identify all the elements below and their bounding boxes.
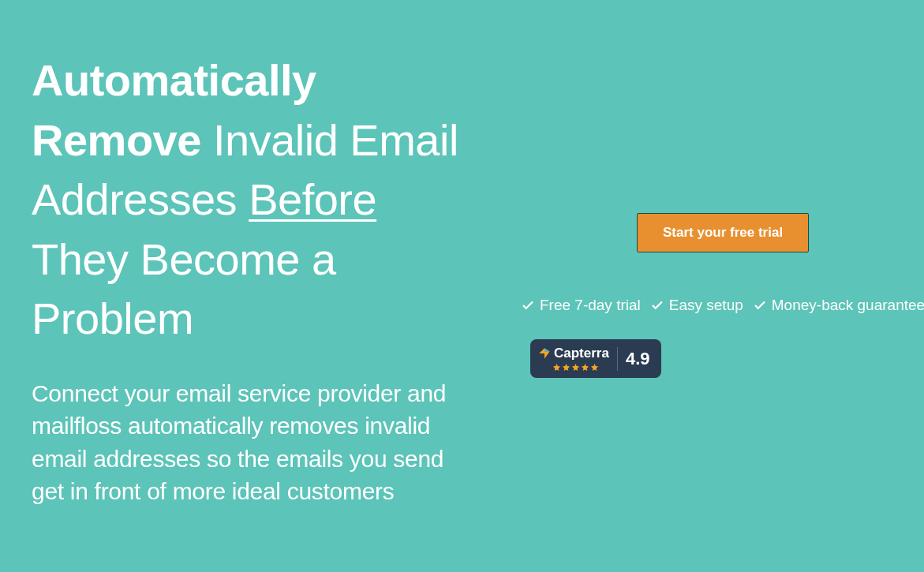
capterra-rating-badge[interactable]: Capterra 4.9 [530, 339, 661, 378]
hero-right-column: Start your free trial Free 7-day trial E… [473, 50, 924, 540]
feature-text-1: Free 7-day trial [540, 297, 641, 314]
check-icon [521, 298, 535, 312]
hero-subhead: Connect your email service provider and … [32, 377, 473, 508]
features-row: Free 7-day trial Easy setup Money-back g… [521, 297, 924, 314]
hero-headline: Automatically Remove Invalid Email Addre… [32, 50, 473, 349]
capterra-brand-row: Capterra [538, 346, 609, 361]
star-icon [571, 363, 580, 372]
start-trial-button[interactable]: Start your free trial [637, 213, 809, 252]
headline-text-2: They Become a Problem [32, 234, 336, 344]
hero-left-column: Automatically Remove Invalid Email Addre… [32, 50, 473, 540]
check-icon [753, 298, 767, 312]
feature-free-trial: Free 7-day trial [521, 297, 641, 314]
rating-left: Capterra [538, 346, 609, 372]
check-icon [650, 298, 664, 312]
rating-stars [538, 363, 609, 372]
feature-money-back: Money-back guarantee [753, 297, 924, 314]
rating-score: 4.9 [626, 349, 650, 369]
headline-underline: Before [249, 174, 376, 224]
feature-easy-setup: Easy setup [650, 297, 743, 314]
capterra-arrow-icon [538, 347, 551, 360]
rating-divider [617, 347, 618, 371]
star-icon [581, 363, 589, 372]
capterra-brand-text: Capterra [554, 346, 609, 361]
star-icon [562, 363, 570, 372]
star-icon [590, 363, 599, 372]
feature-text-2: Easy setup [669, 297, 743, 314]
star-icon [552, 363, 561, 372]
feature-text-3: Money-back guarantee [772, 297, 924, 314]
